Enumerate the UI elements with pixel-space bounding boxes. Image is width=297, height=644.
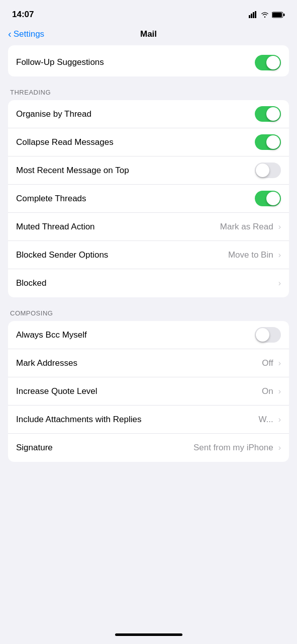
- composing-header: COMPOSING: [0, 301, 297, 321]
- collapse-read-messages-row[interactable]: Collapse Read Messages: [8, 128, 289, 156]
- toggle-knob: [266, 135, 280, 149]
- muted-thread-chevron-icon: ›: [278, 222, 281, 231]
- status-bar: 14:07: [0, 0, 297, 25]
- status-time: 14:07: [12, 10, 34, 20]
- increase-quote-level-right: On ›: [262, 386, 281, 396]
- toggle-knob: [256, 164, 269, 177]
- most-recent-message-toggle[interactable]: [255, 163, 281, 178]
- most-recent-message-label: Most Recent Message on Top: [16, 166, 255, 176]
- muted-thread-action-label: Muted Thread Action: [16, 222, 220, 232]
- back-button[interactable]: ‹ Settings: [8, 29, 44, 40]
- follow-up-suggestions-toggle[interactable]: [255, 55, 281, 70]
- blocked-label: Blocked: [16, 278, 276, 288]
- collapse-read-messages-toggle[interactable]: [255, 134, 281, 150]
- blocked-sender-options-label: Blocked Sender Options: [16, 250, 228, 260]
- composing-group: Always Bcc Myself Mark Addresses Off › I…: [8, 321, 289, 462]
- organise-by-thread-toggle[interactable]: [255, 106, 281, 122]
- toggle-knob: [266, 107, 280, 121]
- blocked-sender-chevron-icon: ›: [278, 251, 281, 260]
- increase-quote-level-chevron-icon: ›: [278, 387, 281, 396]
- signature-chevron-icon: ›: [278, 443, 281, 452]
- blocked-right: ›: [276, 279, 281, 288]
- increase-quote-level-row[interactable]: Increase Quote Level On ›: [8, 377, 289, 406]
- blocked-sender-options-value: Move to Bin: [228, 250, 273, 260]
- status-icons: [249, 11, 285, 18]
- increase-quote-level-label: Increase Quote Level: [16, 386, 262, 396]
- include-attachments-right: W... ›: [258, 415, 281, 425]
- include-attachments-row[interactable]: Include Attachments with Replies W... ›: [8, 406, 289, 434]
- organise-by-thread-label: Organise by Thread: [16, 109, 255, 119]
- increase-quote-level-value: On: [262, 386, 273, 396]
- threading-group: Organise by Thread Collapse Read Message…: [8, 100, 289, 297]
- most-recent-message-row[interactable]: Most Recent Message on Top: [8, 156, 289, 185]
- threading-section: THREADING Organise by Thread Collapse Re…: [0, 80, 297, 297]
- back-chevron-icon: ‹: [8, 28, 12, 40]
- follow-up-suggestions-row[interactable]: Follow-Up Suggestions: [8, 48, 289, 76]
- blocked-row[interactable]: Blocked ›: [8, 269, 289, 297]
- battery-icon: [272, 12, 285, 18]
- follow-up-suggestions-label: Follow-Up Suggestions: [16, 57, 255, 67]
- svg-rect-1: [251, 14, 252, 18]
- nav-bar: ‹ Settings Mail: [0, 25, 297, 45]
- signature-row[interactable]: Signature Sent from my iPhone ›: [8, 434, 289, 462]
- toggle-knob: [266, 192, 280, 205]
- muted-thread-action-right: Mark as Read ›: [220, 222, 281, 232]
- mark-addresses-row[interactable]: Mark Addresses Off ›: [8, 349, 289, 377]
- svg-rect-6: [283, 14, 285, 16]
- signal-icon: [249, 11, 258, 18]
- muted-thread-action-row[interactable]: Muted Thread Action Mark as Read ›: [8, 213, 289, 241]
- organise-by-thread-row[interactable]: Organise by Thread: [8, 100, 289, 128]
- include-attachments-chevron-icon: ›: [278, 415, 281, 424]
- composing-section: COMPOSING Always Bcc Myself Mark Address…: [0, 301, 297, 462]
- complete-threads-label: Complete Threads: [16, 194, 255, 204]
- muted-thread-action-value: Mark as Read: [220, 222, 273, 232]
- mark-addresses-value: Off: [262, 358, 273, 368]
- back-label: Settings: [14, 29, 44, 39]
- svg-rect-5: [272, 13, 282, 17]
- complete-threads-toggle[interactable]: [255, 191, 281, 206]
- include-attachments-value: W...: [258, 415, 273, 425]
- always-bcc-myself-row[interactable]: Always Bcc Myself: [8, 321, 289, 349]
- mark-addresses-right: Off ›: [262, 358, 281, 368]
- signature-label: Signature: [16, 443, 193, 453]
- toggle-knob: [256, 328, 269, 342]
- always-bcc-myself-label: Always Bcc Myself: [16, 330, 255, 340]
- always-bcc-myself-toggle[interactable]: [255, 327, 281, 343]
- svg-rect-3: [255, 11, 256, 18]
- blocked-chevron-icon: ›: [278, 279, 281, 288]
- mark-addresses-chevron-icon: ›: [278, 359, 281, 368]
- include-attachments-label: Include Attachments with Replies: [16, 415, 258, 425]
- mark-addresses-label: Mark Addresses: [16, 358, 262, 368]
- blocked-sender-options-row[interactable]: Blocked Sender Options Move to Bin ›: [8, 241, 289, 269]
- home-indicator: [0, 625, 297, 640]
- follow-up-group: Follow-Up Suggestions: [8, 45, 289, 76]
- complete-threads-row[interactable]: Complete Threads: [8, 185, 289, 213]
- blocked-sender-options-right: Move to Bin ›: [228, 250, 281, 260]
- page-title: Mail: [140, 29, 157, 39]
- svg-rect-2: [253, 12, 254, 18]
- toggle-knob: [266, 56, 280, 69]
- threading-header: THREADING: [0, 80, 297, 100]
- home-bar: [115, 633, 182, 636]
- signature-right: Sent from my iPhone ›: [193, 443, 281, 453]
- wifi-icon: [261, 12, 269, 18]
- svg-rect-0: [249, 15, 250, 18]
- signature-value: Sent from my iPhone: [193, 443, 273, 453]
- collapse-read-messages-label: Collapse Read Messages: [16, 137, 255, 147]
